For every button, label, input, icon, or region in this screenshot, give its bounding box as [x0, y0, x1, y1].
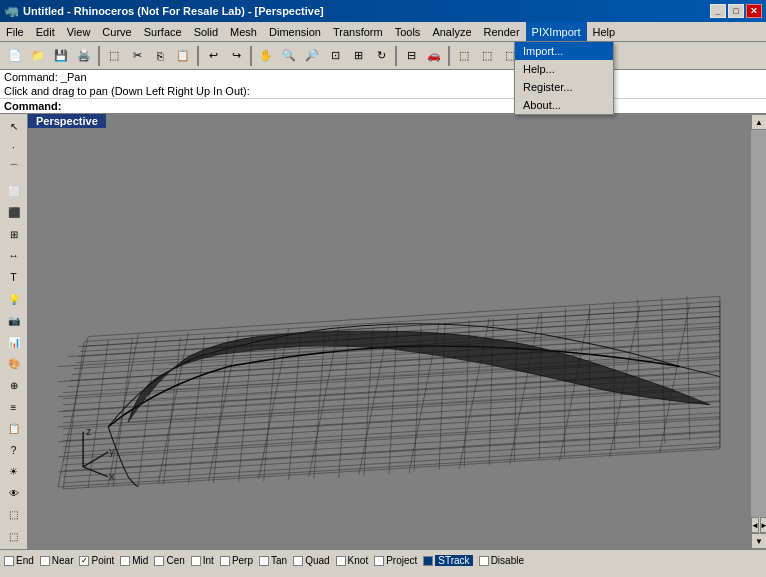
left-btn-extra2[interactable]: ⬚	[3, 526, 25, 547]
status-near[interactable]: Near	[40, 555, 74, 566]
toolbar-grid[interactable]: ⊟	[400, 45, 422, 67]
snap-perp-label: Perp	[232, 555, 253, 566]
left-btn-eye[interactable]: 👁	[3, 483, 25, 504]
left-btn-solid[interactable]: ⬛	[3, 202, 25, 223]
snap-end-checkbox[interactable]	[4, 556, 14, 566]
left-btn-camera[interactable]: 📷	[3, 310, 25, 331]
left-btn-mesh[interactable]: ⊞	[3, 224, 25, 245]
close-button[interactable]: ✕	[746, 4, 762, 18]
toolbar-extra1[interactable]: ⬚	[453, 45, 475, 67]
menu-curve[interactable]: Curve	[96, 22, 137, 41]
scroll-down-btn[interactable]: ▼	[751, 533, 766, 549]
status-project[interactable]: Project	[374, 555, 417, 566]
dropdown-register[interactable]: Register...	[515, 78, 613, 96]
status-cen[interactable]: Cen	[154, 555, 184, 566]
toolbar-zoom-window[interactable]: ⊡	[324, 45, 346, 67]
toolbar-zoom-all[interactable]: ⊞	[347, 45, 369, 67]
status-knot[interactable]: Knot	[336, 555, 369, 566]
snap-disable-checkbox[interactable]	[479, 556, 489, 566]
menu-surface[interactable]: Surface	[138, 22, 188, 41]
menu-render[interactable]: Render	[478, 22, 526, 41]
toolbar-pan[interactable]: ✋	[255, 45, 277, 67]
status-strack[interactable]: STrack	[423, 555, 472, 566]
toolbar-open[interactable]: 📁	[27, 45, 49, 67]
toolbar-print[interactable]: 🖨️	[73, 45, 95, 67]
menu-mesh[interactable]: Mesh	[224, 22, 263, 41]
toolbar-copy[interactable]: ⎘	[149, 45, 171, 67]
toolbar-extra2[interactable]: ⬚	[476, 45, 498, 67]
scroll-right-btn[interactable]: ►	[760, 517, 766, 533]
status-mid[interactable]: Mid	[120, 555, 148, 566]
left-btn-select[interactable]: ↖	[3, 116, 25, 137]
status-disable[interactable]: Disable	[479, 555, 524, 566]
viewport[interactable]: Perspective	[28, 114, 750, 549]
menu-help[interactable]: Help	[587, 22, 622, 41]
toolbar-paste[interactable]: 📋	[172, 45, 194, 67]
toolbar-new[interactable]: 📄	[4, 45, 26, 67]
status-tan[interactable]: Tan	[259, 555, 287, 566]
snap-point-checkbox[interactable]	[79, 556, 89, 566]
snap-strack-checkbox[interactable]	[423, 556, 433, 566]
left-btn-point[interactable]: ·	[3, 138, 25, 159]
left-btn-prop[interactable]: 📋	[3, 418, 25, 439]
menu-solid[interactable]: Solid	[188, 22, 224, 41]
command-prompt[interactable]: Command:	[0, 98, 766, 113]
snap-cen-label: Cen	[166, 555, 184, 566]
left-btn-help[interactable]: ?	[3, 440, 25, 461]
toolbar-save[interactable]: 💾	[50, 45, 72, 67]
sep3	[250, 46, 252, 66]
snap-mid-checkbox[interactable]	[120, 556, 130, 566]
toolbar-select[interactable]: ⬚	[103, 45, 125, 67]
menu-file[interactable]: File	[0, 22, 30, 41]
dropdown-help[interactable]: Help...	[515, 60, 613, 78]
minimize-button[interactable]: _	[710, 4, 726, 18]
toolbar-zoom-out[interactable]: 🔎	[301, 45, 323, 67]
menu-analyze[interactable]: Analyze	[426, 22, 477, 41]
toolbar-rotate[interactable]: ↻	[370, 45, 392, 67]
snap-near-checkbox[interactable]	[40, 556, 50, 566]
scroll-left-btn[interactable]: ◄	[751, 517, 759, 533]
maximize-button[interactable]: □	[728, 4, 744, 18]
scroll-track[interactable]	[751, 130, 766, 517]
snap-project-checkbox[interactable]	[374, 556, 384, 566]
left-btn-text[interactable]: T	[3, 267, 25, 288]
status-quad[interactable]: Quad	[293, 555, 329, 566]
snap-int-checkbox[interactable]	[191, 556, 201, 566]
menu-edit[interactable]: Edit	[30, 22, 61, 41]
snap-perp-checkbox[interactable]	[220, 556, 230, 566]
menu-dimension[interactable]: Dimension	[263, 22, 327, 41]
menu-view[interactable]: View	[61, 22, 97, 41]
menu-tools[interactable]: Tools	[389, 22, 427, 41]
menu-piximport[interactable]: PIXImport	[526, 22, 587, 41]
left-btn-light[interactable]: 💡	[3, 289, 25, 310]
snap-point-label: Point	[91, 555, 114, 566]
toolbar-cut[interactable]: ✂	[126, 45, 148, 67]
status-point[interactable]: Point	[79, 555, 114, 566]
snap-cen-checkbox[interactable]	[154, 556, 164, 566]
snap-tan-checkbox[interactable]	[259, 556, 269, 566]
toolbar-car[interactable]: 🚗	[423, 45, 445, 67]
status-int[interactable]: Int	[191, 555, 214, 566]
left-btn-analysis[interactable]: 📊	[3, 332, 25, 353]
left-btn-render[interactable]: 🎨	[3, 354, 25, 375]
left-btn-surface[interactable]: ⬜	[3, 181, 25, 202]
snap-tan-label: Tan	[271, 555, 287, 566]
dropdown-about[interactable]: About...	[515, 96, 613, 114]
dropdown-import[interactable]: Import...	[515, 42, 613, 60]
scroll-up-btn[interactable]: ▲	[751, 114, 766, 130]
status-perp[interactable]: Perp	[220, 555, 253, 566]
snap-quad-checkbox[interactable]	[293, 556, 303, 566]
menu-transform[interactable]: Transform	[327, 22, 389, 41]
toolbar-undo[interactable]: ↩	[202, 45, 224, 67]
left-btn-layer[interactable]: ≡	[3, 397, 25, 418]
left-btn-sun[interactable]: ☀	[3, 462, 25, 483]
toolbar-zoom-in[interactable]: 🔍	[278, 45, 300, 67]
left-btn-extra[interactable]: ⬚	[3, 505, 25, 526]
sep5	[448, 46, 450, 66]
toolbar-redo[interactable]: ↪	[225, 45, 247, 67]
left-btn-curve[interactable]: ⌒	[3, 159, 25, 180]
snap-knot-checkbox[interactable]	[336, 556, 346, 566]
status-end[interactable]: End	[4, 555, 34, 566]
left-btn-snap[interactable]: ⊕	[3, 375, 25, 396]
left-btn-dim[interactable]: ↔	[3, 246, 25, 267]
